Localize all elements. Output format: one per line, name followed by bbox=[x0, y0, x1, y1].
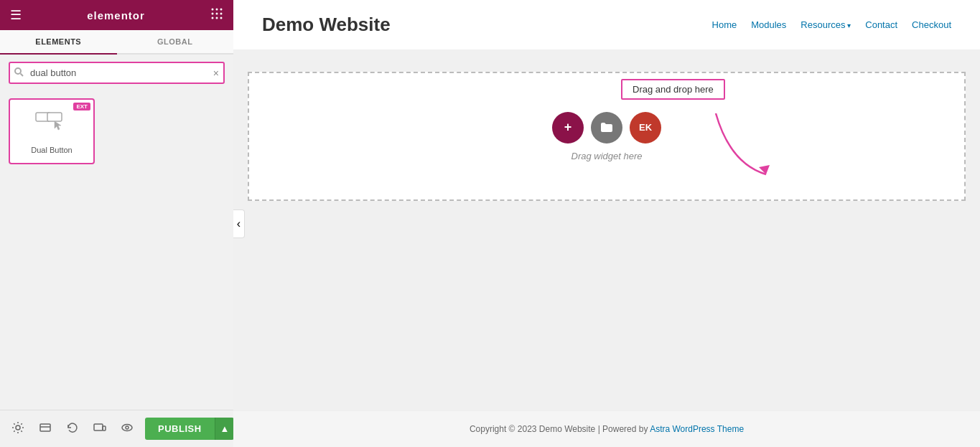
search-icon bbox=[14, 67, 24, 79]
search-input[interactable] bbox=[9, 62, 225, 84]
tab-elements[interactable]: ELEMENTS bbox=[0, 30, 117, 55]
right-panel: Demo Website Home Modules Resources Cont… bbox=[233, 0, 980, 447]
layers-icon[interactable] bbox=[36, 418, 55, 440]
nav-links: Home Modules Resources Contact Checkout bbox=[712, 19, 951, 30]
publish-button-group: PUBLISH ▲ bbox=[145, 418, 234, 440]
drag-widget-label: Drag widget here bbox=[571, 151, 643, 161]
footer-text: Copyright © 2023 Demo Website | Powered … bbox=[470, 424, 650, 434]
svg-point-5 bbox=[220, 12, 222, 14]
hamburger-icon[interactable]: ☰ bbox=[10, 7, 22, 23]
bottom-toolbar: PUBLISH ▲ bbox=[0, 410, 233, 447]
svg-point-4 bbox=[215, 12, 218, 14]
footer-link[interactable]: Astra WordPress Theme bbox=[650, 424, 744, 434]
widget-label: Dual Button bbox=[31, 146, 72, 154]
preview-icon[interactable] bbox=[118, 418, 136, 440]
nav-checkout[interactable]: Checkout bbox=[912, 19, 951, 30]
drop-icons-row: + EK bbox=[552, 112, 661, 143]
nav-contact[interactable]: Contact bbox=[865, 19, 897, 30]
grid-icon[interactable] bbox=[210, 7, 223, 24]
clear-search-icon[interactable]: × bbox=[213, 67, 219, 79]
nav-home[interactable]: Home bbox=[712, 19, 737, 30]
svg-point-20 bbox=[126, 426, 129, 429]
svg-point-14 bbox=[16, 425, 20, 430]
svg-point-2 bbox=[220, 8, 222, 10]
tabs: ELEMENTS GLOBAL bbox=[0, 30, 233, 55]
tab-global[interactable]: GLOBAL bbox=[117, 30, 234, 53]
nav-modules[interactable]: Modules bbox=[751, 19, 786, 30]
site-footer: Copyright © 2023 Demo Website | Powered … bbox=[233, 410, 980, 447]
collapse-panel-handle[interactable]: ‹ bbox=[233, 210, 245, 238]
dual-button-icon bbox=[17, 107, 86, 138]
svg-point-19 bbox=[122, 424, 132, 430]
widget-badge: EXT bbox=[73, 103, 90, 110]
history-icon[interactable] bbox=[63, 418, 82, 440]
site-nav: Demo Website Home Modules Resources Cont… bbox=[233, 0, 980, 50]
svg-point-8 bbox=[220, 17, 222, 19]
svg-point-0 bbox=[211, 8, 213, 10]
add-widget-button[interactable]: + bbox=[552, 112, 584, 143]
top-bar: ☰ elementor bbox=[0, 0, 233, 30]
site-title: Demo Website bbox=[262, 14, 391, 36]
svg-rect-17 bbox=[94, 424, 103, 430]
canvas-drag-callout: Drag and drop here bbox=[621, 79, 725, 100]
svg-rect-18 bbox=[103, 426, 106, 430]
search-area: × bbox=[0, 55, 233, 91]
svg-rect-15 bbox=[40, 424, 50, 431]
widgets-area: EXT Dual Button bbox=[0, 91, 233, 410]
svg-rect-12 bbox=[47, 113, 62, 121]
responsive-icon[interactable] bbox=[90, 418, 109, 440]
svg-marker-13 bbox=[55, 121, 61, 130]
svg-point-3 bbox=[211, 12, 213, 14]
left-panel: ☰ elementor ELEMENTS GLOBAL × EXT bbox=[0, 0, 233, 447]
drop-zone[interactable]: + EK Drag widget here bbox=[248, 72, 966, 201]
settings-icon[interactable] bbox=[9, 418, 27, 440]
folder-button[interactable] bbox=[591, 112, 622, 143]
publish-button[interactable]: PUBLISH bbox=[145, 418, 215, 440]
svg-point-9 bbox=[15, 68, 21, 74]
ek-button[interactable]: EK bbox=[630, 112, 661, 143]
publish-arrow-button[interactable]: ▲ bbox=[215, 418, 235, 440]
svg-point-6 bbox=[211, 17, 213, 19]
svg-point-7 bbox=[215, 17, 218, 19]
dual-button-widget[interactable]: EXT Dual Button bbox=[9, 98, 95, 164]
nav-resources[interactable]: Resources bbox=[801, 19, 851, 30]
canvas-area: + EK Drag widget here bbox=[233, 50, 980, 410]
elementor-logo: elementor bbox=[87, 9, 145, 22]
svg-point-1 bbox=[215, 8, 218, 10]
svg-line-10 bbox=[21, 73, 24, 76]
